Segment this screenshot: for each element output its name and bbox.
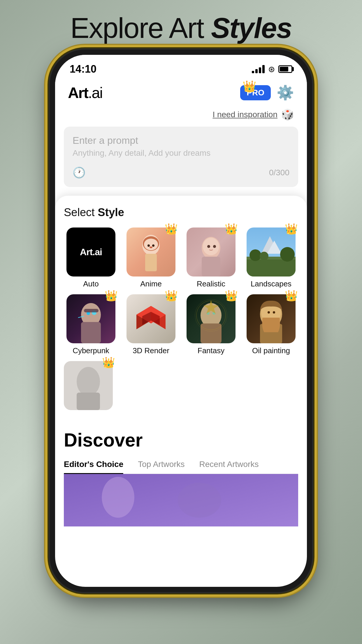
svg-point-5 (150, 246, 152, 248)
signal-bar-4 (262, 65, 265, 73)
app-logo: Art.ai (68, 84, 102, 102)
discover-section: Discover Editor's Choice Top Artworks Re… (55, 419, 307, 532)
crown-3d: 👑 (165, 290, 178, 302)
style-thumb-partial: 👑 (64, 361, 113, 410)
auto-logo-text: Art.ai (80, 247, 102, 258)
svg-rect-24 (81, 322, 101, 343)
svg-point-48 (268, 311, 270, 314)
page-title-normal: Explore Art (70, 12, 211, 44)
svg-rect-52 (77, 393, 100, 410)
style-item-realistic[interactable]: 👑 (184, 228, 238, 288)
style-thumb-cyberpunk: 👑 (66, 294, 115, 343)
svg-point-7 (152, 244, 154, 247)
svg-point-13 (213, 245, 216, 248)
style-label-cyberpunk: Cyberpunk (73, 346, 109, 355)
status-icons: ⊛ (252, 64, 292, 74)
crown-partial: 👑 (102, 356, 115, 369)
artwork-preview-strip (64, 474, 298, 526)
phone-frame: 14:10 ⊛ Art.ai 👑 (50, 50, 312, 592)
logo-text: Art.ai (68, 84, 102, 101)
style-item-landscapes[interactable]: 👑 (244, 228, 298, 288)
style-item-fantasy[interactable]: 👑 (184, 294, 238, 355)
discover-title: Discover (64, 429, 298, 451)
signal-bar-1 (252, 71, 254, 73)
svg-point-54 (102, 477, 134, 518)
svg-rect-27 (84, 309, 99, 312)
style-thumb-auto: Art.ai (66, 228, 115, 276)
tab-top-artworks[interactable]: Top Artworks (138, 457, 184, 474)
inspiration-text[interactable]: I need insporation (212, 110, 277, 119)
dice-icon[interactable]: 🎲 (281, 108, 294, 121)
prompt-placeholder-sub: Anything, Any detail, Add your dreams (73, 148, 289, 158)
style-title-normal: Select (64, 206, 98, 218)
signal-icon (252, 65, 265, 73)
style-title-bold: Style (98, 206, 124, 218)
header-right: 👑 PRO ⚙️ (240, 85, 294, 101)
style-thumb-anime: 👑 (126, 228, 175, 276)
styles-grid-row1: Art.ai Auto 👑 (64, 228, 298, 288)
signal-bar-2 (255, 69, 258, 73)
settings-icon[interactable]: ⚙️ (277, 85, 294, 101)
style-thumb-oil: 👑 (247, 294, 296, 343)
style-label-3d: 3D Render (133, 346, 169, 355)
crown-landscapes: 👑 (285, 223, 298, 235)
style-section-title: Select Style (64, 206, 298, 219)
style-thumb-realistic: 👑 (187, 228, 236, 276)
prompt-placeholder-main: Enter a prompt (73, 135, 289, 146)
style-label-fantasy: Fantasy (198, 346, 225, 355)
style-thumb-landscapes: 👑 (247, 228, 296, 276)
battery-icon (278, 65, 292, 73)
style-item-3d-render[interactable]: 👑 (124, 294, 178, 355)
page-title-area: Explore Art Styles (0, 12, 362, 45)
page-heading: Explore Art Styles (0, 12, 362, 45)
styles-grid-row2: 👑 (64, 294, 298, 355)
style-item-cyberpunk[interactable]: 👑 (64, 294, 118, 355)
status-bar: 14:10 ⊛ (55, 55, 307, 78)
svg-point-51 (77, 367, 100, 396)
svg-point-19 (249, 249, 261, 261)
svg-point-3 (144, 239, 158, 250)
crown-fantasy: 👑 (225, 290, 238, 302)
styles-grid-row3: 👑 (64, 361, 298, 410)
crown-cyberpunk: 👑 (105, 290, 118, 302)
signal-bar-3 (259, 67, 261, 73)
style-item-oil-painting[interactable]: 👑 (244, 294, 298, 355)
prompt-input-area[interactable]: Enter a prompt Anything, Any detail, Add… (64, 127, 298, 187)
discover-tabs: Editor's Choice Top Artworks Recent Artw… (64, 457, 298, 474)
style-item-partial[interactable]: 👑 (64, 361, 113, 410)
inspiration-bar: I need insporation 🎲 (55, 104, 307, 124)
style-thumb-fantasy: 👑 (187, 294, 236, 343)
prompt-footer: 🕐 0/300 (73, 167, 289, 179)
crown-anime: 👑 (165, 223, 178, 235)
style-item-anime[interactable]: 👑 (124, 228, 178, 288)
wifi-icon: ⊛ (268, 64, 275, 74)
style-label-anime: Anime (140, 279, 162, 288)
status-time: 14:10 (70, 63, 96, 75)
history-icon[interactable]: 🕐 (73, 167, 86, 179)
pro-badge[interactable]: 👑 PRO (240, 85, 271, 100)
crown-realistic: 👑 (225, 223, 238, 235)
svg-point-11 (203, 238, 219, 255)
svg-point-12 (207, 245, 210, 248)
svg-point-49 (273, 311, 275, 314)
tab-editors-choice[interactable]: Editor's Choice (64, 457, 123, 474)
phone-screen: 14:10 ⊛ Art.ai 👑 (55, 55, 307, 587)
svg-point-21 (260, 252, 268, 260)
svg-rect-4 (145, 254, 157, 271)
style-label-landscapes: Landscapes (251, 279, 291, 288)
battery-fill (280, 67, 288, 71)
style-selection-sheet: Select Style Art.ai Auto 👑 (55, 196, 307, 419)
style-item-auto[interactable]: Art.ai Auto (64, 228, 118, 288)
style-label-oil: Oil painting (252, 346, 290, 355)
svg-point-55 (178, 483, 221, 518)
app-header: Art.ai 👑 PRO ⚙️ (55, 78, 307, 104)
style-label-realistic: Realistic (197, 279, 225, 288)
tab-recent-artworks[interactable]: Recent Artworks (199, 457, 259, 474)
svg-rect-37 (201, 323, 222, 343)
style-thumb-3d: 👑 (126, 294, 175, 343)
crown-icon: 👑 (242, 80, 256, 93)
svg-rect-10 (202, 257, 220, 276)
crown-oil: 👑 (285, 290, 298, 302)
svg-point-20 (280, 247, 295, 262)
style-label-auto: Auto (83, 279, 99, 288)
